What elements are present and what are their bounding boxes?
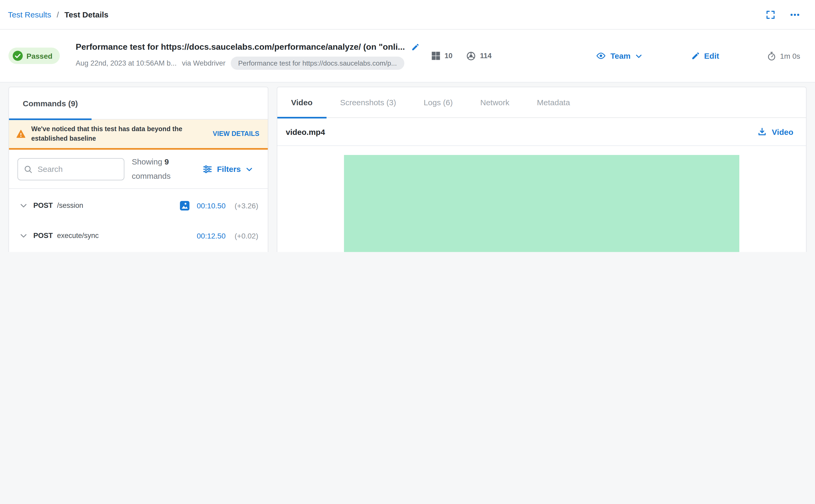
test-via: via Webdriver [182, 59, 225, 67]
download-label: Video [772, 127, 793, 136]
eye-icon [596, 51, 606, 61]
test-header: Passed Performance test for https://docs… [0, 30, 815, 83]
commands-toolbar: Showing 9 commands Filters [9, 150, 268, 189]
tab-network[interactable]: Network [467, 87, 523, 117]
video-file-row: video.mp4 Video [277, 118, 806, 146]
search-box [17, 158, 124, 180]
command-duration-delta: (+3.26) [235, 201, 258, 210]
command-duration-delta: (+0.02) [235, 231, 258, 240]
search-icon [24, 165, 32, 173]
test-title: Performance test for https://docs.saucel… [76, 42, 405, 52]
test-tag[interactable]: Performance test for https://docs.saucel… [231, 56, 404, 70]
tab-commands[interactable]: Commands (9) [23, 99, 78, 108]
tab-screenshots-3[interactable]: Screenshots (3) [326, 87, 410, 117]
breadcrumb-link-test-results[interactable]: Test Results [8, 10, 51, 19]
tab-video[interactable]: Video [277, 87, 326, 117]
breadcrumb-separator: / [57, 10, 59, 19]
view-details-link[interactable]: VIEW DETAILS [213, 130, 259, 138]
top-bar: Test Results / Test Details [0, 0, 815, 30]
filters-dropdown[interactable]: Filters [203, 164, 259, 174]
ellipsis-icon [790, 9, 800, 20]
command-row[interactable]: POST/session00:10.50(+3.26) [9, 190, 268, 221]
command-timestamp: 00:12.50 [197, 231, 226, 240]
stopwatch-icon [767, 51, 776, 61]
chevron-down-icon [635, 52, 642, 59]
tab-logs-6[interactable]: Logs (6) [410, 87, 467, 117]
video-player [344, 155, 739, 252]
video-file-name: video.mp4 [286, 127, 325, 136]
command-method: POST [33, 201, 53, 209]
pencil-icon [691, 51, 700, 60]
image-icon[interactable] [179, 200, 190, 211]
download-video-button[interactable]: Video [758, 127, 793, 136]
commands-panel: Commands (9) We've noticed that this tes… [8, 87, 268, 252]
platform-info: 10 114 [431, 51, 492, 61]
filters-label: Filters [217, 164, 241, 173]
warning-text: We've noticed that this test has data be… [31, 124, 209, 144]
command-method: POST [33, 232, 53, 240]
breadcrumb-current-test-details: Test Details [65, 10, 108, 19]
video-stage [277, 146, 806, 252]
filters-sliders-icon [203, 164, 212, 174]
chevron-down-icon [245, 165, 253, 173]
warning-triangle-icon [16, 129, 26, 139]
chevron-down-icon[interactable] [20, 232, 28, 240]
team-visibility-dropdown[interactable]: Team [596, 51, 642, 61]
breadcrumb: Test Results / Test Details [8, 10, 108, 19]
tab-metadata[interactable]: Metadata [523, 87, 584, 117]
test-duration: 1m 0s [767, 51, 800, 61]
media-tabs: VideoScreenshots (3)Logs (6)NetworkMetad… [277, 87, 806, 118]
fullscreen-icon [765, 9, 776, 20]
edit-label: Edit [704, 51, 719, 60]
active-tab-underline [9, 118, 92, 120]
command-path: execute/sync [57, 232, 99, 240]
status-badge: Passed [8, 48, 60, 64]
status-label: Passed [26, 52, 52, 60]
browser-version: 114 [480, 52, 492, 60]
edit-title-pencil-icon[interactable] [411, 43, 420, 51]
windows-icon [431, 51, 440, 60]
media-panel: VideoScreenshots (3)Logs (6)NetworkMetad… [277, 87, 807, 252]
test-date: Aug 22nd, 2023 at 10:56AM b... [76, 59, 176, 67]
duration-label: 1m 0s [780, 52, 800, 60]
more-options-button[interactable] [790, 9, 800, 20]
download-icon [758, 127, 767, 136]
commands-tab-row: Commands (9) [9, 87, 268, 120]
command-timestamp: 00:10.50 [197, 201, 226, 210]
fullscreen-button[interactable] [765, 9, 776, 20]
showing-count: Showing 9 commands [132, 155, 176, 183]
command-path: /session [57, 201, 83, 209]
chrome-icon [466, 51, 476, 61]
search-input[interactable] [37, 164, 118, 174]
app-viewport: Test Results / Test Details Passed [0, 0, 815, 252]
command-row[interactable]: POSTexecute/sync00:12.75(+0.02) [9, 251, 268, 252]
os-version: 10 [445, 52, 453, 60]
team-label: Team [611, 51, 631, 60]
panel-splitter [268, 87, 277, 252]
baseline-warning-banner: We've noticed that this test has data be… [9, 120, 268, 150]
command-row[interactable]: POSTexecute/sync00:12.50(+0.02) [9, 221, 268, 251]
edit-button[interactable]: Edit [691, 51, 719, 60]
chevron-down-icon[interactable] [20, 201, 28, 209]
check-circle-icon [13, 51, 23, 61]
commands-list: POST/session00:10.50(+3.26)POSTexecute/s… [9, 189, 268, 252]
